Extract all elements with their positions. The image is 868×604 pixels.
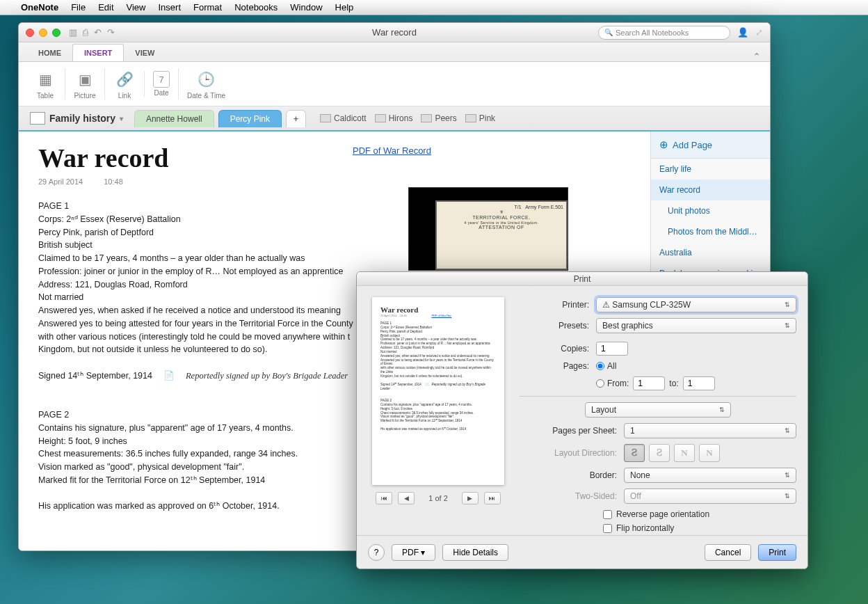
pdf-button[interactable]: PDF ▾ — [392, 544, 435, 561]
pages-from-radio[interactable] — [596, 379, 604, 388]
flip-label: Flip horizontally — [616, 523, 674, 533]
dir-icon-4[interactable]: N — [699, 444, 720, 462]
ribbon-date[interactable]: 7 Date — [144, 71, 178, 97]
menu-notebooks[interactable]: Notebooks — [234, 2, 278, 13]
embedded-image[interactable]: T/1 Army Form E.501 ⚜TERRITORIAL FORCE.4… — [408, 187, 568, 271]
ribbon-link[interactable]: 🔗 Link — [104, 68, 144, 100]
pages-from-input[interactable] — [633, 376, 665, 390]
search-input[interactable]: Search All Notebooks — [598, 26, 730, 40]
printer-label: Printer: — [520, 300, 596, 310]
pages-all-label: All — [607, 361, 616, 371]
dir-icon-3[interactable]: N — [674, 444, 695, 462]
help-button[interactable]: ? — [368, 544, 385, 561]
page-meta: 29 April 2014 10:48 — [38, 177, 631, 186]
qtag-caldicott[interactable]: Caldicott — [320, 113, 367, 123]
page-title[interactable]: War record — [38, 143, 631, 173]
picture-label: Picture — [74, 92, 95, 100]
add-section-button[interactable]: + — [286, 110, 306, 127]
reverse-label: Reverse page orientation — [616, 509, 709, 519]
page-item-early-life[interactable]: Early life — [651, 159, 770, 180]
qat-print-icon[interactable]: ⎙ — [83, 27, 88, 38]
close-button[interactable] — [26, 29, 34, 37]
menu-file[interactable]: File — [71, 2, 86, 13]
minimize-button[interactable] — [39, 29, 47, 37]
dir-label: Layout Direction: — [520, 448, 624, 458]
page-time: 10:48 — [104, 177, 123, 186]
menu-edit[interactable]: Edit — [98, 2, 113, 13]
notebook-row: Family history Annette Howell Percy Pink… — [19, 106, 770, 132]
note-icon: 📄 — [163, 369, 175, 383]
prev-page-button[interactable]: ◀ — [398, 492, 415, 504]
table-icon: ▦ — [34, 68, 56, 90]
last-page-button[interactable]: ⏭ — [484, 492, 501, 504]
qtag-peers[interactable]: Peers — [421, 113, 456, 123]
pages-all-radio[interactable] — [596, 362, 604, 370]
hide-details-button[interactable]: Hide Details — [442, 544, 508, 561]
tab-view[interactable]: VIEW — [124, 45, 166, 61]
dir-icon-1[interactable]: Ƨ — [624, 444, 645, 462]
fullscreen-icon[interactable]: ⤢ — [755, 27, 763, 38]
datetime-label: Date & Time — [187, 92, 225, 100]
window-title: War record — [372, 27, 417, 38]
add-page-button[interactable]: Add Page — [651, 132, 770, 159]
app-name[interactable]: OneNote — [21, 2, 58, 13]
page-item-photos-middle[interactable]: Photos from the Middle… — [651, 221, 770, 242]
section-tab-annette[interactable]: Annette Howell — [134, 110, 214, 127]
share-icon[interactable]: 👤 — [737, 27, 748, 38]
cancel-button[interactable]: Cancel — [705, 544, 751, 561]
twosided-label: Two-Sided: — [520, 491, 624, 501]
print-preview: War record 29 April 2014 10:48 PDF of Wa… — [372, 297, 504, 485]
pages-to-input[interactable] — [683, 376, 715, 390]
traffic-lights — [19, 29, 61, 37]
reverse-checkbox[interactable] — [603, 510, 612, 519]
ribbon-collapse-icon[interactable]: ⌃ — [753, 51, 760, 61]
qtag-hirons[interactable]: Hirons — [375, 113, 413, 123]
border-label: Border: — [520, 470, 624, 480]
twosided-select[interactable]: Off — [624, 488, 796, 504]
zoom-button[interactable] — [52, 29, 61, 37]
page-item-war-record[interactable]: War record — [651, 180, 770, 200]
first-page-button[interactable]: ⏮ — [376, 492, 392, 504]
ribbon-tabs: HOME INSERT VIEW ⌃ — [19, 42, 770, 62]
menu-insert[interactable]: Insert — [158, 2, 181, 13]
layout-section-select[interactable]: Layout — [585, 402, 731, 418]
tab-home[interactable]: HOME — [27, 45, 72, 61]
qat-redo-icon[interactable]: ↷ — [107, 27, 115, 38]
presets-select[interactable]: Best graphics — [596, 318, 796, 333]
date-icon: 7 — [153, 71, 170, 88]
copies-input[interactable] — [596, 342, 628, 356]
border-select[interactable]: None — [624, 468, 796, 483]
next-page-button[interactable]: ▶ — [462, 492, 479, 504]
qat-undo-icon[interactable]: ↶ — [94, 27, 102, 38]
quick-access-toolbar: ▥ ⎙ ↶ ↷ — [69, 27, 115, 38]
print-button[interactable]: Print — [758, 544, 796, 561]
page-indicator: 1 of 2 — [428, 494, 448, 502]
link-icon: 🔗 — [113, 68, 136, 90]
menu-format[interactable]: Format — [193, 2, 222, 13]
ribbon-table[interactable]: ▦ Table — [26, 68, 65, 100]
qat-folder-icon[interactable]: ▥ — [69, 27, 77, 38]
qtag-pink[interactable]: Pink — [465, 113, 495, 123]
menu-help[interactable]: Help — [335, 2, 354, 13]
printer-select[interactable]: ⚠ Samsung CLP-325W — [596, 297, 796, 312]
pps-select[interactable]: 1 — [624, 423, 796, 438]
print-form: Printer: ⚠ Samsung CLP-325W Presets: Bes… — [520, 297, 796, 524]
presets-label: Presets: — [520, 321, 596, 331]
pages-to-label: to: — [669, 379, 678, 388]
page-item-australia[interactable]: Australia — [651, 242, 770, 263]
menu-window[interactable]: Window — [290, 2, 322, 13]
menu-view[interactable]: View — [127, 2, 146, 13]
preview-nav: ⏮ ◀ 1 of 2 ▶ ⏭ — [376, 492, 501, 504]
section-tab-percy[interactable]: Percy Pink — [218, 110, 282, 127]
dir-icon-2[interactable]: Ƨ — [649, 444, 670, 462]
ribbon-picture[interactable]: ▣ Picture — [65, 68, 104, 100]
ribbon-datetime[interactable]: 🕒 Date & Time — [178, 68, 234, 100]
page-item-unit-photos[interactable]: Unit photos — [651, 200, 770, 221]
titlebar: ▥ ⎙ ↶ ↷ War record Search All Notebooks … — [19, 23, 770, 42]
notebook-selector[interactable]: Family history — [23, 109, 130, 127]
macos-menubar: OneNote File Edit View Insert Format Not… — [0, 0, 868, 15]
pdf-link[interactable]: PDF of War Record — [353, 145, 431, 156]
flip-checkbox[interactable] — [603, 524, 612, 533]
tab-insert[interactable]: INSERT — [72, 44, 124, 61]
datetime-icon: 🕒 — [195, 68, 218, 90]
